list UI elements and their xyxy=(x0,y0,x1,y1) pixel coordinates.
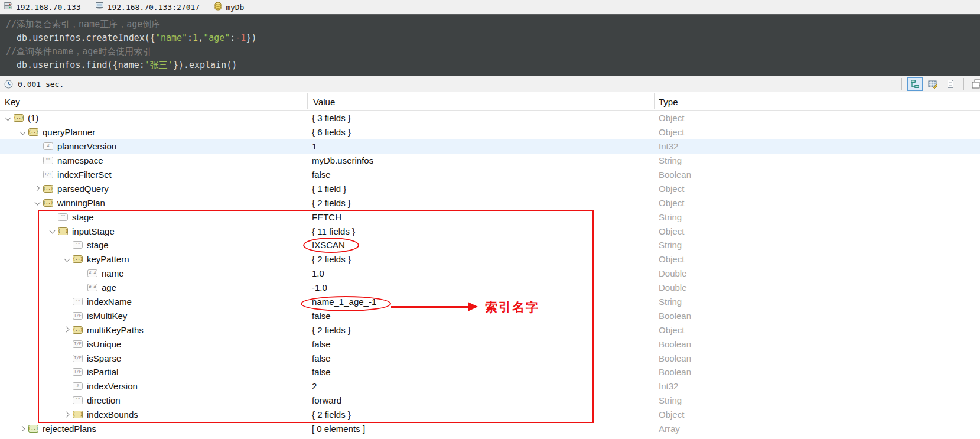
shell-editor[interactable]: //添加复合索引，name正序，age倒序 db.userinfos.creat… xyxy=(0,14,980,76)
row-indent xyxy=(0,308,63,323)
chevron-spacer xyxy=(33,168,43,182)
database-icon xyxy=(214,2,222,13)
row-indent xyxy=(0,422,18,436)
row-indent xyxy=(0,154,33,168)
tree-row-stage[interactable]: ""stageIXSCANString xyxy=(0,238,980,252)
code-token-string: "name" xyxy=(155,32,187,43)
row-value: myDb.userinfos xyxy=(312,155,373,165)
row-value: { 2 fields } xyxy=(312,325,351,335)
result-statusbar: 0.001 sec. xyxy=(0,76,980,92)
chevron-right-icon[interactable] xyxy=(18,422,28,436)
code-line-4[interactable]: db.userinfos.find({name:'张三'}).explain() xyxy=(6,58,980,72)
row-type: Object xyxy=(659,409,684,420)
row-key: isPartial xyxy=(87,367,118,377)
tree-row-indexFilterSet[interactable]: T/FindexFilterSetfalseBoolean xyxy=(0,168,980,182)
tree-row-indexVersion[interactable]: #indexVersion2Int32 xyxy=(0,379,980,394)
row-indent xyxy=(0,196,33,210)
chevron-right-icon[interactable] xyxy=(63,323,73,337)
row-key: isSparse xyxy=(87,353,121,363)
tree-row-inputStage[interactable]: {..}inputStage{ 11 fields }Object xyxy=(0,224,980,238)
tree-row-indexName[interactable]: ""indexNamename_1_age_-1String xyxy=(0,295,980,309)
object-type-icon: {..} xyxy=(58,227,68,235)
tree-row-isUnique[interactable]: T/FisUniquefalseBoolean xyxy=(0,337,980,351)
row-key: parsedQuery xyxy=(57,184,109,194)
row-indent xyxy=(0,379,63,394)
tree-row-queryPlanner[interactable]: {..}queryPlanner{ 6 fields }Object xyxy=(0,125,980,139)
breadcrumb-server[interactable]: 192.168.70.133:27017 xyxy=(95,2,200,12)
column-header-key[interactable]: Key xyxy=(5,97,20,107)
row-type: Double xyxy=(659,282,687,292)
row-key: keyPattern xyxy=(87,254,129,264)
row-key: winningPlan xyxy=(57,198,105,208)
row-type: String xyxy=(659,297,682,307)
column-header-type[interactable]: Type xyxy=(659,97,678,107)
breadcrumb-toolbar: 192.168.70.133 192.168.70.133:27017 myDb xyxy=(0,0,980,14)
row-key: (1) xyxy=(28,113,38,123)
tree-row-plannerVersion[interactable]: #plannerVersion1Int32 xyxy=(0,139,980,154)
code-line-3[interactable]: //查询条件name，age时会使用索引 xyxy=(6,45,980,58)
chevron-down-icon[interactable] xyxy=(4,111,14,125)
tree-row-multiKeyPaths[interactable]: {..}multiKeyPaths{ 2 fields }Object xyxy=(0,323,980,337)
tree-row-winningPlan[interactable]: {..}winningPlan{ 2 fields }Object xyxy=(0,196,980,210)
tree-row-isSparse[interactable]: T/FisSparsefalseBoolean xyxy=(0,351,980,365)
chevron-spacer xyxy=(77,266,87,281)
chevron-down-icon[interactable] xyxy=(63,252,73,266)
code-token-comment: //添加复合索引，name正序，age倒序 xyxy=(6,19,160,30)
result-tree: {..}(1){ 3 fields }Object{..}queryPlanne… xyxy=(0,111,980,435)
column-divider[interactable] xyxy=(307,93,308,109)
column-divider[interactable] xyxy=(654,93,655,109)
row-type: Object xyxy=(659,198,684,208)
tree-row-rejectedPlans[interactable]: [..]rejectedPlans[ 0 elements ]Array xyxy=(0,422,980,436)
chevron-spacer xyxy=(77,281,87,295)
row-value: { 11 fields } xyxy=(312,226,355,236)
breadcrumb-database[interactable]: myDb xyxy=(214,2,244,13)
row-indent xyxy=(0,295,63,309)
expand-window-button[interactable] xyxy=(969,77,980,91)
row-key: stage xyxy=(72,212,94,222)
row-key: indexBounds xyxy=(87,409,138,420)
chevron-right-icon[interactable] xyxy=(33,181,43,196)
tree-row-indexBounds[interactable]: {..}indexBounds{ 2 fields }Object xyxy=(0,408,980,422)
chevron-down-icon[interactable] xyxy=(33,196,43,210)
chevron-down-icon[interactable] xyxy=(18,125,28,139)
bool-type-icon: T/F xyxy=(73,355,83,362)
row-type: Int32 xyxy=(659,141,678,151)
tree-row-stage[interactable]: ""stageFETCHString xyxy=(0,210,980,224)
row-key: direction xyxy=(87,395,121,405)
object-type-icon: {..} xyxy=(73,326,83,334)
row-key: plannerVersion xyxy=(57,141,116,151)
table-mode-button[interactable] xyxy=(925,77,940,91)
tree-row-name[interactable]: #.#name1.0Double xyxy=(0,266,980,281)
tree-row-age[interactable]: #.#age-1.0Double xyxy=(0,281,980,295)
row-key: indexVersion xyxy=(87,381,138,391)
tree-row-direction[interactable]: ""directionforwardString xyxy=(0,394,980,408)
row-type: Boolean xyxy=(659,170,691,180)
column-header-value[interactable]: Value xyxy=(313,97,335,107)
tree-mode-button[interactable] xyxy=(907,77,923,91)
breadcrumb-connection[interactable]: 192.168.70.133 xyxy=(4,2,81,12)
chevron-right-icon[interactable] xyxy=(63,408,73,422)
tree-row-(1)[interactable]: {..}(1){ 3 fields }Object xyxy=(0,111,980,125)
chevron-down-icon[interactable] xyxy=(48,224,58,238)
bool-type-icon: T/F xyxy=(73,312,83,320)
row-value: [ 0 elements ] xyxy=(312,424,365,434)
chevron-spacer xyxy=(63,394,73,408)
row-key: isUnique xyxy=(87,339,121,349)
tree-row-parsedQuery[interactable]: {..}parsedQuery{ 1 field }Object xyxy=(0,181,980,196)
server-label: 192.168.70.133:27017 xyxy=(108,3,200,12)
tree-row-isPartial[interactable]: T/FisPartialfalseBoolean xyxy=(0,365,980,379)
text-mode-button[interactable] xyxy=(943,77,958,91)
chevron-spacer xyxy=(63,379,73,394)
code-token-code: db.userinfos.find({name: xyxy=(6,60,145,70)
tree-row-namespace[interactable]: ""namespacemyDb.userinfosString xyxy=(0,154,980,168)
row-indent xyxy=(0,281,77,295)
code-line-2[interactable]: db.userinfos.createIndex({"name":1,"age"… xyxy=(6,31,980,45)
code-line-1[interactable]: //添加复合索引，name正序，age倒序 xyxy=(6,18,980,31)
row-indent xyxy=(0,337,63,351)
tree-row-isMultiKey[interactable]: T/FisMultiKeyfalseBoolean xyxy=(0,308,980,323)
tree-row-keyPattern[interactable]: {..}keyPattern{ 2 fields }Object xyxy=(0,252,980,266)
object-type-icon: {..} xyxy=(43,185,53,193)
row-indent xyxy=(0,252,63,266)
code-token-number: 1 xyxy=(193,32,198,43)
row-indent xyxy=(0,168,33,182)
